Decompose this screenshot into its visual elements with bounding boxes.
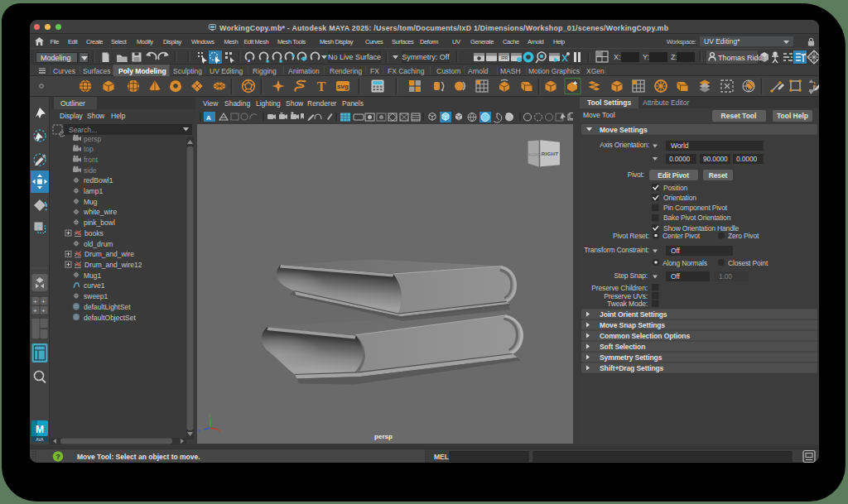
svg-text:old_drum: old_drum	[84, 239, 113, 247]
svg-text:Preserve UVs:: Preserve UVs:	[604, 292, 648, 300]
svg-text:Position: Position	[663, 184, 687, 192]
svg-text:AVA: AVA	[36, 437, 44, 442]
svg-text:top: top	[84, 145, 94, 153]
svg-text:persp: persp	[374, 433, 393, 440]
svg-text:Drum_and_wire: Drum_and_wire	[84, 250, 134, 258]
svg-text:M: M	[36, 424, 44, 435]
svg-text:Off: Off	[671, 272, 681, 281]
svg-text:Renderer: Renderer	[307, 99, 337, 108]
svg-text:Move Tool: Move Tool	[583, 111, 615, 119]
svg-text:redBowl1: redBowl1	[84, 176, 113, 185]
svg-text:Thomas Ridde: Thomas Ridde	[718, 54, 767, 62]
svg-text:Step Snap:: Step Snap:	[614, 271, 648, 280]
svg-text:Bake Pivot Orientation: Bake Pivot Orientation	[663, 214, 731, 222]
svg-text:No Live Surface: No Live Surface	[328, 53, 381, 61]
svg-text:lamp1: lamp1	[84, 187, 103, 195]
svg-text:View: View	[203, 99, 219, 108]
svg-text:sweep1: sweep1	[84, 291, 108, 300]
svg-text:Preserve Children:: Preserve Children:	[591, 284, 648, 292]
svg-text:Closest Point: Closest Point	[728, 259, 768, 267]
svg-text:Soft Selection: Soft Selection	[600, 343, 645, 351]
svg-text:defaultLightSet: defaultLightSet	[84, 302, 131, 310]
svg-text:Pin Component Pivot: Pin Component Pivot	[663, 204, 728, 212]
svg-text:Pivot Reset:: Pivot Reset:	[613, 232, 649, 240]
svg-text:Zero Pivot: Zero Pivot	[728, 232, 759, 240]
svg-text:Attribute Editor: Attribute Editor	[643, 98, 689, 107]
svg-text:Reset: Reset	[709, 171, 728, 180]
svg-text:+: +	[33, 307, 37, 314]
svg-text:Move Tool: Select an object to: Move Tool: Select an object to move.	[77, 453, 200, 461]
svg-text:Edit Pivot: Edit Pivot	[658, 171, 689, 180]
svg-text:Reset Tool: Reset Tool	[721, 112, 757, 120]
svg-text:0.0000: 0.0000	[736, 155, 758, 163]
svg-text:Joint Orient Settings: Joint Orient Settings	[600, 310, 667, 319]
svg-text:side: side	[84, 166, 97, 174]
svg-text:Center Pivot: Center Pivot	[662, 232, 701, 240]
svg-text:Shift+Drag Settings: Shift+Drag Settings	[600, 364, 664, 372]
svg-text:World: World	[671, 142, 689, 150]
svg-text:Help: Help	[111, 112, 126, 120]
svg-text:Panels: Panels	[342, 99, 364, 108]
svg-text:persp: persp	[84, 134, 102, 142]
svg-text:Common Selection Options: Common Selection Options	[600, 332, 690, 340]
svg-text:+: +	[41, 307, 46, 314]
svg-text:Along Normals: Along Normals	[662, 259, 707, 267]
svg-text:y: y	[209, 413, 211, 418]
svg-text:Outliner: Outliner	[60, 99, 85, 108]
svg-text:z: z	[198, 428, 200, 433]
svg-text:Drum_and_wire12: Drum_and_wire12	[84, 261, 142, 269]
svg-text:1.00: 1.00	[719, 272, 732, 281]
svg-text:Shading: Shading	[224, 99, 250, 108]
svg-text:Show: Show	[286, 99, 304, 108]
svg-text:Tool Help: Tool Help	[777, 112, 808, 120]
svg-text:+: +	[41, 298, 46, 305]
svg-text:Axis Orientation:: Axis Orientation:	[600, 141, 649, 149]
svg-text:Pivot:: Pivot:	[628, 170, 644, 179]
svg-text:Symmetry Settings: Symmetry Settings	[600, 353, 662, 362]
svg-text:RIGHT: RIGHT	[526, 152, 541, 157]
svg-text:curve1: curve1	[84, 281, 105, 290]
svg-text:white_wire: white_wire	[83, 208, 117, 216]
svg-text:Show: Show	[87, 112, 105, 120]
svg-text:MEL: MEL	[434, 453, 449, 461]
svg-text:Lighting: Lighting	[256, 99, 281, 108]
svg-text:Display: Display	[60, 112, 84, 120]
svg-text:90.0000: 90.0000	[703, 155, 728, 163]
svg-text:A: A	[206, 114, 211, 122]
svg-text:Move Settings: Move Settings	[600, 126, 648, 134]
svg-text:books: books	[84, 229, 104, 238]
svg-text:?: ?	[55, 453, 60, 461]
svg-text:0.0000: 0.0000	[669, 155, 691, 163]
svg-text:Z:: Z:	[671, 53, 677, 61]
svg-text:Tweak Mode:: Tweak Mode:	[607, 300, 648, 308]
svg-text:RIGHT: RIGHT	[542, 151, 559, 156]
svg-text:+: +	[33, 298, 37, 305]
svg-text:Move Snap Settings: Move Snap Settings	[600, 321, 665, 329]
svg-text:defaultObjectSet: defaultObjectSet	[84, 313, 136, 321]
svg-text:Tool Settings: Tool Settings	[587, 98, 631, 107]
svg-text:IPR: IPR	[501, 55, 508, 60]
svg-text:Orientation: Orientation	[663, 194, 696, 202]
svg-text:Mug: Mug	[84, 197, 98, 205]
svg-text:pink_bowl: pink_bowl	[84, 218, 115, 227]
svg-text:Y:: Y:	[643, 53, 649, 61]
svg-text:Symmetry: Off: Symmetry: Off	[402, 53, 450, 61]
svg-text:X:: X:	[614, 53, 621, 61]
svg-text:Mug1: Mug1	[84, 271, 102, 279]
svg-text:Transform Constraint:: Transform Constraint:	[584, 246, 649, 254]
svg-text:Off: Off	[671, 247, 681, 255]
svg-text:front: front	[84, 155, 99, 163]
svg-text:x: x	[219, 428, 221, 433]
